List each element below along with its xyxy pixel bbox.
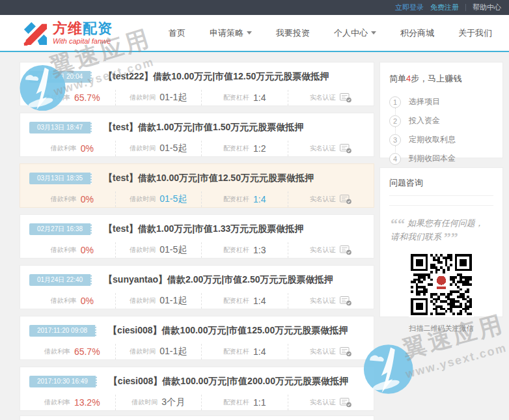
- leverage-column: 配资杠杆 1:4: [201, 90, 288, 105]
- step-label: 定期收取利息: [409, 134, 456, 145]
- leverage-value: 1:4: [253, 296, 266, 306]
- leverage-label: 配资杠杆: [223, 195, 249, 204]
- rate-column: 借款利率 13.2%: [29, 395, 115, 410]
- leverage-column: 配资杠杆 1:2: [201, 141, 288, 156]
- contact-panel-title: 问题咨询: [389, 177, 493, 189]
- leverage-column: 配资杠杆 1:4: [201, 293, 288, 309]
- cert-label: 实名认证: [310, 195, 336, 204]
- date-badge: 01月24日 22:40: [29, 274, 92, 286]
- time-label: 借款时间: [130, 245, 156, 255]
- quote-line1: 如果您有任何问题，: [407, 218, 484, 228]
- nav-item[interactable]: 申请策略: [210, 27, 252, 39]
- chevron-down-icon: [247, 31, 252, 35]
- listing-card-partial[interactable]: [20, 415, 374, 420]
- time-value: 01-1起: [159, 92, 187, 104]
- listing-title: 【test】借款1.00万元|市值1.50万元元股票做抵押: [103, 122, 303, 133]
- logo-title-part2: 配资: [83, 20, 113, 36]
- step-item: 2 投入资金: [389, 111, 493, 130]
- divider: [389, 195, 493, 196]
- rate-label: 借款利率: [51, 296, 77, 305]
- register-link[interactable]: 免费注册: [430, 3, 459, 12]
- time-value: 3个月: [161, 397, 185, 408]
- qr-code: [409, 252, 474, 317]
- steps-title-prefix: 简单: [389, 74, 406, 83]
- watermark: 翼速应用 www.ysext.com: [351, 319, 509, 420]
- nav-item[interactable]: 积分商城: [400, 27, 434, 39]
- cert-label: 实名认证: [310, 144, 336, 153]
- rate-value: 0%: [81, 143, 94, 154]
- listing-card[interactable]: 01月24日 22:40 【sunyantao】借款2.00万元|市值2.50万…: [20, 265, 374, 309]
- logo[interactable]: 方维配资 With capital fanwe: [23, 21, 113, 46]
- time-column: 借款时间 01-1起: [115, 90, 202, 105]
- step-label: 选择项目: [409, 96, 440, 107]
- time-value: 01-1起: [159, 346, 187, 357]
- nav-item-label: 积分商城: [400, 27, 434, 39]
- id-verified-icon: [340, 347, 352, 357]
- leverage-label: 配资杠杆: [223, 347, 249, 356]
- nav-item-label: 申请策略: [210, 27, 243, 39]
- cert-label: 实名认证: [310, 296, 336, 305]
- nav-item[interactable]: 关于我们: [458, 27, 492, 39]
- cert-column: 实名认证: [288, 293, 374, 309]
- time-column: 借款时间 01-5起: [115, 242, 202, 258]
- logo-text: 方维配资 With capital fanwe: [53, 21, 113, 45]
- leverage-value: 1:4: [253, 92, 266, 103]
- login-link[interactable]: 立即登录: [395, 3, 424, 12]
- listing-card[interactable]: 2017:11:20 09:08 【ciesi008】借款100.00万元|市值…: [20, 316, 374, 360]
- nav-item[interactable]: 我要投资: [276, 27, 310, 39]
- cert-label: 实名认证: [310, 245, 336, 255]
- nav-item-label: 我要投资: [276, 27, 310, 39]
- listing-title: 【ciesi008】借款100.00万元|市值125.00万元元股票做抵押: [108, 325, 348, 337]
- listing-title: 【ciesi008】借款100.00万元|市值200.00万元元股票做抵押: [109, 376, 348, 387]
- listing-card[interactable]: 02月27日 16:38 【test】借款1.00万元|市值1.33万元元股票做…: [20, 214, 374, 259]
- time-column: 借款时间 01-5起: [115, 191, 202, 207]
- step-item: 3 定期收取利息: [389, 130, 493, 149]
- step-item: 1 选择项目: [389, 92, 493, 111]
- leverage-label: 配资杠杆: [223, 245, 249, 255]
- cert-column: 实名认证: [288, 344, 374, 359]
- step-number: 1: [389, 96, 401, 108]
- rate-column: 借款利率 0%: [29, 293, 115, 309]
- rate-column: 借款利率 65.7%: [29, 90, 115, 105]
- time-column: 借款时间 01-1起: [115, 293, 202, 309]
- rate-column: 借款利率 65.7%: [29, 344, 115, 359]
- time-column: 借款时间 01-1起: [115, 344, 202, 359]
- id-verified-icon: [340, 245, 352, 255]
- date-badge: 04月10日 20:04: [29, 71, 92, 83]
- listing-card[interactable]: 2017:10:30 16:49 【ciesi008】借款100.00万元|市值…: [20, 367, 374, 411]
- cert-column: 实名认证: [288, 141, 374, 156]
- leverage-label: 配资杠杆: [223, 93, 249, 102]
- listing-card[interactable]: 04月10日 20:04 【test222】借款10.00万元|市值12.50万…: [20, 62, 374, 106]
- nav-item-label: 个人中心: [334, 27, 368, 39]
- id-verified-icon: [340, 195, 352, 204]
- logo-title-part1: 方维: [53, 20, 83, 36]
- chevron-down-icon: [371, 31, 376, 35]
- listing-card[interactable]: 03月13日 18:47 【test】借款1.00万元|市值1.50万元元股票做…: [20, 113, 374, 157]
- help-center-link[interactable]: 帮助中心: [473, 3, 501, 12]
- listing-stats-row: 借款利率 65.7% 借款时间 01-1起 配资杠杆 1:4 实名认证: [29, 344, 374, 359]
- leverage-value: 1:4: [253, 346, 266, 357]
- leverage-column: 配资杠杆 1:4: [201, 344, 288, 359]
- cert-column: 实名认证: [288, 191, 374, 207]
- rate-value: 13.2%: [74, 397, 100, 408]
- date-badge: 03月13日 18:35: [29, 173, 92, 184]
- nav-item[interactable]: 首页: [169, 27, 186, 39]
- time-label: 借款时间: [130, 347, 156, 356]
- time-label: 借款时间: [131, 398, 158, 407]
- listings-column: 04月10日 20:04 【test222】借款10.00万元|市值12.50万…: [20, 62, 374, 420]
- time-value: 01-5起: [159, 143, 187, 154]
- qr-caption: 扫描二维码关注微信: [389, 324, 493, 333]
- listing-card[interactable]: 03月13日 18:35 【test】借款10.00万元|市值12.50万元元股…: [20, 163, 374, 208]
- rate-label: 借款利率: [51, 144, 77, 153]
- leverage-column: 配资杠杆 1:1: [201, 395, 288, 410]
- sidebar: 简单4步，马上赚钱 1 选择项目 2 投入资金 3 定期收取利息 4 到期收回本…: [379, 62, 503, 317]
- steps-panel-title: 简单4步，马上赚钱: [389, 73, 493, 85]
- listing-title: 【test】借款10.00万元|市值12.50万元元股票做抵押: [103, 173, 314, 184]
- contact-quote: ““ 如果您有任何问题， 请和我们联系 ””: [389, 216, 493, 244]
- time-column: 借款时间 01-5起: [115, 141, 202, 156]
- nav-item[interactable]: 个人中心: [334, 27, 376, 39]
- rate-value: 65.7%: [74, 346, 100, 357]
- rate-value: 0%: [81, 245, 94, 255]
- listing-stats-row: 借款利率 0% 借款时间 01-5起 配资杠杆 1:2 实名认证: [29, 141, 374, 156]
- date-badge: 02月27日 16:38: [29, 223, 92, 235]
